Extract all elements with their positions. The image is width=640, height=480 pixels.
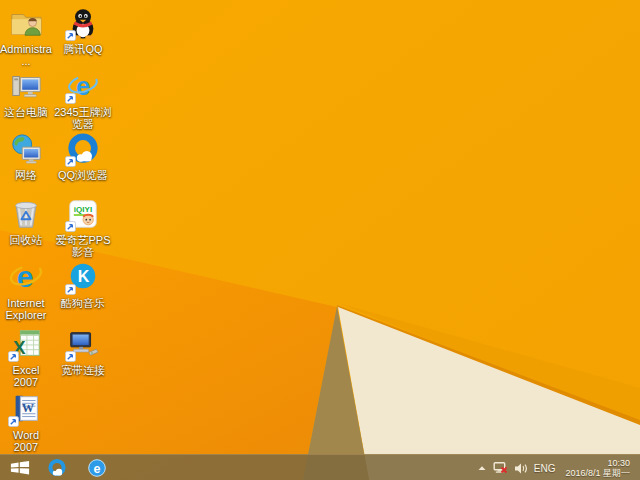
icon-label: 网络	[15, 169, 37, 181]
shortcut-arrow-overlay	[8, 416, 19, 427]
shortcut-arrow-overlay	[65, 30, 76, 41]
chevron-up-icon	[477, 464, 487, 472]
icon-label: Administra...	[0, 43, 52, 67]
network-disconnected-icon	[493, 461, 508, 475]
svg-text:iQIYI: iQIYI	[74, 205, 92, 214]
shortcut-arrow-overlay	[65, 93, 76, 104]
shortcut-arrow-overlay	[65, 351, 76, 362]
shortcut-arrow-overlay	[65, 221, 76, 232]
svg-text:K: K	[78, 267, 90, 285]
desktop-icon-iqiyi-pps[interactable]: iQIYI 爱奇艺PPS 影音	[52, 195, 114, 258]
tray-expand-button[interactable]	[477, 464, 487, 472]
iqiyi-pps-icon: iQIYI	[64, 195, 102, 233]
taskbar-button-qq-browser[interactable]	[37, 455, 77, 480]
shortcut-arrow-overlay	[65, 156, 76, 167]
broadband-connection-icon	[64, 325, 102, 363]
desktop-icon-recycle-bin[interactable]: 回收站	[0, 195, 52, 246]
desktop-icon-administrator[interactable]: Administra...	[0, 4, 52, 67]
icon-label: 爱奇艺PPS 影音	[52, 234, 114, 258]
desktop-icon-broadband[interactable]: 宽带连接	[52, 325, 114, 376]
shortcut-arrow-overlay	[8, 351, 19, 362]
icon-label: Internet Explorer	[0, 297, 52, 321]
taskbar-button-2345-explorer[interactable]: e	[77, 455, 117, 480]
svg-text:e: e	[94, 461, 101, 475]
desktop-icon-2345-explorer[interactable]: e 2345王牌浏览器	[52, 67, 114, 130]
svg-text:e: e	[76, 72, 90, 100]
clock-date: 2016/8/1 星期一	[565, 468, 630, 479]
desktop-icon-kugou-music[interactable]: K 酷狗音乐	[52, 258, 114, 309]
qq-penguin-icon	[64, 4, 102, 42]
icon-label: 回收站	[10, 234, 43, 246]
icon-label: 这台电脑	[4, 106, 48, 118]
icon-label: Excel 2007	[0, 364, 52, 388]
desktop-icon-excel-2007[interactable]: X Excel 2007	[0, 325, 52, 388]
qq-browser-icon	[64, 130, 102, 168]
computer-icon	[7, 67, 45, 105]
icon-label: 2345王牌浏览器	[52, 106, 114, 130]
desktop: Administra... 这台电脑	[0, 0, 640, 480]
kugou-music-icon: K	[64, 258, 102, 296]
recycle-bin-icon	[7, 195, 45, 233]
word-icon: W	[7, 390, 45, 428]
start-button[interactable]	[3, 455, 37, 480]
globe-network-icon	[7, 130, 45, 168]
icon-label: QQ浏览器	[58, 169, 108, 181]
svg-text:e: e	[17, 260, 34, 293]
2345-browser-icon: e	[64, 67, 102, 105]
windows-logo-icon	[9, 459, 31, 476]
desktop-icon-word-2007[interactable]: W Word 2007	[0, 390, 52, 453]
system-tray: ENG 10:30 2016/8/1 星期一	[477, 455, 640, 480]
desktop-icon-internet-explorer[interactable]: e Internet Explorer	[0, 258, 52, 321]
taskbar: e	[0, 454, 640, 480]
user-folder-icon	[7, 4, 45, 42]
2345-browser-icon: e	[87, 458, 107, 478]
svg-text:W: W	[22, 401, 35, 415]
icon-label: 宽带连接	[61, 364, 105, 376]
shortcut-arrow-overlay	[65, 284, 76, 295]
clock-time: 10:30	[565, 458, 630, 469]
volume-button[interactable]	[514, 462, 528, 475]
desktop-icon-qq-browser[interactable]: QQ浏览器	[52, 130, 114, 181]
icon-label: 酷狗音乐	[61, 297, 105, 309]
clock[interactable]: 10:30 2016/8/1 星期一	[561, 458, 636, 479]
speaker-icon	[514, 462, 528, 475]
qq-browser-icon	[47, 458, 67, 478]
internet-explorer-icon: e	[7, 258, 45, 296]
icon-label: Word 2007	[0, 429, 52, 453]
excel-icon: X	[7, 325, 45, 363]
desktop-icon-network[interactable]: 网络	[0, 130, 52, 181]
network-status-button[interactable]	[493, 461, 508, 475]
desktop-icon-this-pc[interactable]: 这台电脑	[0, 67, 52, 118]
desktop-icon-tencent-qq[interactable]: 腾讯QQ	[52, 4, 114, 55]
language-indicator[interactable]: ENG	[534, 463, 556, 474]
icon-label: 腾讯QQ	[63, 43, 102, 55]
